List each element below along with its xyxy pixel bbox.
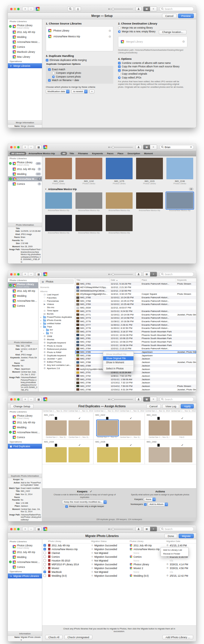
check-unmigrated-button[interactable]: Check Unmigrated [64,635,93,639]
match-filename-date-checkbox[interactable] [48,79,51,82]
add-library-button[interactable]: + [22,527,28,531]
disclosure-triangle-icon[interactable]: ▸ [41,320,42,321]
duplicate-photo-thumbnail[interactable] [149,447,170,462]
photo-thumbnail[interactable] [45,215,72,231]
faces-filter-button[interactable] [136,397,142,401]
library-browser-button[interactable]: ▦ [36,527,42,531]
search-input[interactable]: Search [165,273,192,276]
merge-existing-radio[interactable] [118,27,121,29]
option-checkbox[interactable] [118,69,121,72]
list-view-button[interactable]: ≡ [150,397,157,401]
album-item[interactable]: ⚙ 2008 [38,335,75,338]
sidebar-item-library[interactable]: Comics [8,564,42,569]
keeper-photo-thumbnail[interactable] [120,447,141,462]
view-log-button[interactable]: View Log [162,404,180,408]
search-scope-tab[interactable]: Keywords [90,152,105,155]
table-row[interactable]: Af2YGtNaqcWMwYX2lpy... 11/2/12, 2:21:30 … [75,286,196,289]
gear-icon[interactable]: ⚙ [166,544,168,547]
duplicate-photo-thumbnail[interactable] [46,420,67,436]
gear-icon[interactable]: ⚙ [166,563,168,566]
duplicate-group[interactable]: IMG_2435 ✓ [94,440,145,464]
album-item[interactable]: ⚙ Duplicate keyword [38,354,75,357]
minimize-button[interactable] [14,398,16,401]
album-item[interactable]: ⚙ Duplicate keyword [38,341,75,344]
keeper-photo-thumbnail[interactable] [171,447,192,462]
migrate-checkbox[interactable] [43,552,46,554]
album-item[interactable]: ◎ Time-lapse [38,309,75,312]
grid-view-button[interactable]: ▦ [143,397,150,401]
check-all-button[interactable]: Check All [45,635,63,639]
photo-cell[interactable]: IMG_2246 Photos Library [166,158,194,185]
album-item[interactable]: ⚙ Referenced photos [38,348,75,351]
close-button[interactable] [10,398,13,401]
preview-button[interactable]: Preview [178,14,194,18]
cancel-button[interactable]: Cancel [162,14,177,18]
minimize-button[interactable] [14,8,16,10]
table-row[interactable]: IMG_0766 11/10/12, 10:24:55 PM Encanto P… [75,296,196,299]
sidebar-item-library[interactable]: Comics [8,303,38,308]
migration-row[interactable]: M5P2010 IP Library 2014 ⊙Migration Succe… [42,562,196,566]
add-library-button[interactable]: + [22,145,28,149]
search-field[interactable]: Search [159,527,194,531]
table-row[interactable]: IMG_0771 11/19/12, 10:14:06 PM Encanto P… [75,313,196,316]
photo-thumbnail[interactable] [45,192,72,209]
slider-knob[interactable] [112,528,114,530]
grid-view-button[interactable]: ▦ [143,272,150,276]
album-item[interactable]: ▾ Trips [38,325,75,328]
sidebar-item-library[interactable]: Arizona/New Mexico trip [8,39,42,44]
album-item[interactable]: ⚙ Edited Photos [38,360,75,364]
search-input[interactable]: Search [165,398,192,401]
table-row[interactable]: IMG_0798 12/15/12, 9:31:34 PM Jackson Je… [75,388,196,391]
duplicate-group[interactable]: IMG_2434 ✓ [42,440,94,464]
apply-button[interactable]: Apply [181,404,194,408]
close-button[interactable] [10,273,13,276]
menu-item-add-to-library-list[interactable]: Add to Library List [161,548,188,552]
copy-unedited-radio[interactable] [118,73,121,75]
sidebar-item-library[interactable]: Comics [8,435,42,440]
grid-view-button[interactable]: ▦ [143,145,150,149]
source-library-row[interactable]: Arizona/New Mexico trip ⊖ [48,34,111,39]
column-header-migration-status[interactable]: Migration Status [91,540,130,543]
table-row[interactable]: IMG_0783 12/1/12, 10:08:34 PM Phoenix So… [75,343,196,347]
sidebar-item-library[interactable]: 2011 July 4th trip 0 [8,166,42,171]
sidebar-item-library[interactable]: Comics [8,44,42,49]
option-checkbox[interactable] [118,65,121,68]
close-button[interactable] [10,146,13,148]
minimize-button[interactable] [14,528,16,530]
thumbnail-size-slider[interactable] [108,529,133,530]
zoom-window-button[interactable] [17,398,20,401]
album-item[interactable]: ⚙ Movies [38,338,75,341]
disclosure-triangle-icon[interactable]: ▾ [41,326,42,328]
sidebar-item-library[interactable]: Wedding [8,554,42,559]
migrate-checkbox[interactable] [43,544,46,547]
duplicate-photo-thumbnail[interactable] [97,420,118,436]
remove-library-button[interactable]: − [28,272,34,276]
table-row[interactable]: IMG_0781 12/1/12, 10:06:15 PM Phoenix So… [75,337,196,340]
context-menu-item[interactable]: Select in Photos [103,366,133,371]
zoom-window-button[interactable] [17,273,20,276]
faces-filter-button[interactable] [136,7,142,11]
migration-row[interactable]: MacBook ⊙Not Migrated None ⚙n/a [42,570,196,574]
sidebar-item-library[interactable]: MacBook Library [8,49,42,54]
compare-current-radio[interactable] [52,76,55,78]
migrate-button[interactable]: Migrate [179,534,194,538]
compare-original-radio[interactable] [52,72,55,74]
search-scope-tab[interactable]: Title [68,152,76,155]
photo-thumbnail[interactable] [166,158,193,179]
table-row[interactable]: IMG_0770 11/21/12, 9:24:52 PM Encanto Pa… [75,310,196,313]
migration-row[interactable]: Houston 05-2010 ⊙Not Migrated None ⚙n/a [42,559,196,562]
library-browser-button[interactable]: ▦ [36,145,42,149]
photo-cell[interactable]: Arizona/New Mexico trip [44,192,73,211]
table-row[interactable]: IMG_0782 12/1/12, 10:08:23 PM Phoenix So… [75,340,196,344]
minimize-button[interactable] [14,146,16,148]
sidebar-item-library[interactable]: Arizona/New Mexico trip [8,298,38,303]
photo-thumbnail[interactable] [166,192,193,209]
remove-library-button[interactable]: − [28,527,34,531]
sidebar-item-library[interactable]: 2011 July 4th trip [8,288,38,293]
sidebar-item-library[interactable]: 2011 July 4th trip [8,550,42,554]
album-item[interactable]: ▸ untitled folder [38,322,75,325]
migrate-checkbox[interactable] [43,574,46,577]
sidebar-item-find-duplicates[interactable]: ▣ Find Duplicates [8,444,42,449]
table-row[interactable]: IMG_0788 Jackson Jezebel, Photo Stream [75,361,196,364]
search-input[interactable]: Search [165,528,192,531]
